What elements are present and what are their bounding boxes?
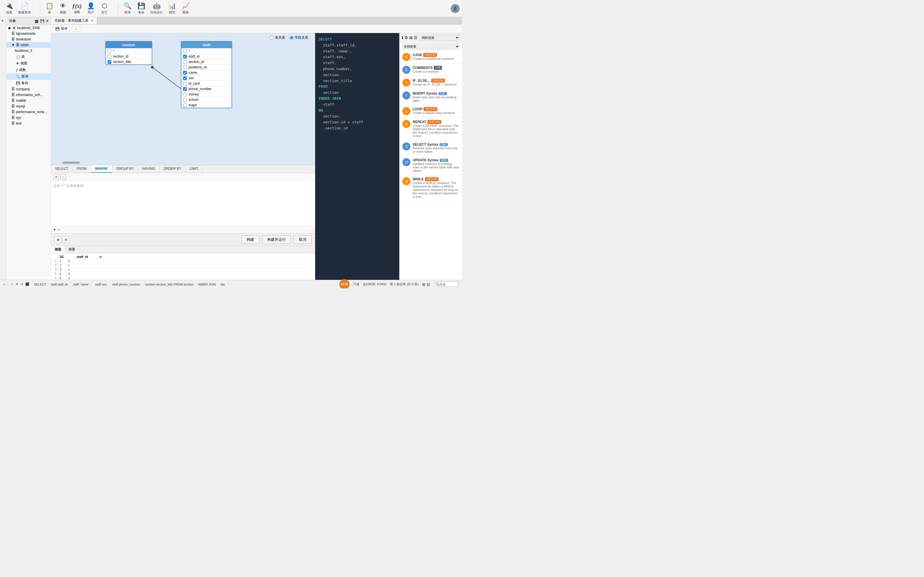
split-view-btn[interactable]: ⊟ [63, 236, 69, 243]
toolbar-view-btn[interactable]: 👁 视图 [56, 1, 70, 16]
tab-having[interactable]: HAVING [138, 165, 160, 172]
obj-save-icon[interactable]: 💾 [40, 19, 45, 23]
connection-select[interactable]: 我的连接 [420, 35, 460, 40]
tree-bookstore[interactable]: 🗄 bookstore [7, 37, 51, 42]
snippet-ifelse[interactable]: I IF...ELSE... 流程控制 Create an IF...ELSE.… [399, 76, 462, 89]
info-icon[interactable]: ℹ [402, 35, 403, 40]
tree-bjpowernode[interactable]: 🗄 bjpowernode [7, 31, 51, 37]
canvas-scrollbar-thumb[interactable] [63, 161, 79, 164]
tree-localhost[interactable]: ▶ 🖥 localhost_3306 [7, 25, 51, 31]
grid-view-status-icon[interactable]: ⊞ [422, 282, 425, 287]
staff-check-name[interactable] [183, 71, 187, 75]
tree-test[interactable]: 🗄 test [7, 121, 51, 126]
snippet-case[interactable]: C CASE 流程控制 Create a conditional constru… [399, 51, 462, 64]
staff-check-major[interactable] [183, 103, 187, 107]
tree-func-node[interactable]: ƒ 函数 [7, 67, 51, 73]
snippet-update[interactable]: U UPDATE Syntax DML Updates columns of e… [399, 156, 462, 175]
snippet-repeat[interactable]: R REPEAT 流程控制 Create a REPEAT construct.… [399, 118, 462, 140]
close-tab-icon[interactable]: ✕ [91, 19, 94, 23]
snippet-loop[interactable]: L LOOP 流程控制 Create a simple loop constru… [399, 105, 462, 118]
tab-orderby[interactable]: ORDER BY [160, 165, 186, 172]
staff-check-posid[interactable] [183, 66, 187, 69]
staff-row-sectionid[interactable]: section_id [181, 59, 231, 64]
tab-from[interactable]: FROM [73, 165, 91, 172]
toolbar-newquery-btn[interactable]: 📄 新建查询 [16, 1, 33, 16]
status-cross-btn[interactable]: ✗ [16, 282, 18, 286]
where-add-btn[interactable]: + [53, 174, 59, 180]
section-row-title[interactable]: section_title [106, 59, 152, 64]
staff-row-school[interactable]: school [181, 97, 231, 102]
toolbar-connect-btn[interactable]: 🔌 连接 [2, 1, 16, 16]
columns-icon[interactable]: ☰ [414, 35, 417, 40]
staff-check-idcard[interactable] [183, 82, 187, 85]
staff-check-star[interactable] [183, 49, 187, 53]
search-box[interactable]: 🔍 [433, 282, 459, 287]
info-tab-summary[interactable]: 摘要 [65, 246, 79, 253]
tree-ceshi[interactable]: ▼ 🗄 ceshi [7, 42, 51, 48]
minus-icon[interactable]: - [58, 227, 60, 232]
user-avatar[interactable]: 👤 [451, 4, 460, 13]
toolbar-autorun-btn[interactable]: 🤖 自动运行 [148, 1, 165, 16]
status-stop-btn[interactable]: ⬛ [25, 282, 29, 286]
snippet-select-syntax[interactable]: S SELECT Syntax DML Retrieve rows select… [399, 140, 462, 156]
build-run-btn[interactable]: 构建并运行 [262, 235, 291, 244]
cancel-btn[interactable]: 取消 [294, 235, 312, 244]
toolbar-user-btn[interactable]: 👤 用户 [84, 1, 97, 16]
staff-check-sex[interactable] [183, 76, 187, 80]
tab-select[interactable]: SELECT [51, 165, 73, 172]
tree-localhost-3[interactable]: localhost_3 [7, 48, 51, 53]
where-minus-btn[interactable]: - [60, 174, 66, 180]
status-del-btn[interactable]: - [7, 283, 8, 286]
settings-icon[interactable]: ⚙ [404, 35, 408, 40]
info-tab-info[interactable]: 信息 [51, 246, 65, 253]
staff-row-idcard[interactable]: id_card [181, 81, 231, 86]
section-check-id[interactable] [108, 55, 111, 58]
staff-row-staffid[interactable]: staff_id [181, 53, 231, 59]
tree-company[interactable]: 🗄 company [7, 86, 51, 92]
sidebar-expand-icon[interactable]: ▼ [1, 19, 6, 24]
tree-view-node[interactable]: 👁 视图 [7, 60, 51, 67]
beautify-btn[interactable]: ✨ [72, 26, 80, 32]
staff-check-money[interactable] [183, 93, 187, 96]
tree-backup-node[interactable]: 💾 备份 [7, 80, 51, 86]
staff-check-phone[interactable] [183, 87, 187, 91]
field-relation-option[interactable]: 字段关系 [290, 35, 308, 40]
staff-row-money[interactable]: money [181, 92, 231, 97]
search-input[interactable] [439, 283, 457, 286]
staff-row-posid[interactable]: positions_id [181, 64, 231, 70]
snippet-insert[interactable]: I INSERT Syntax DML Insert new rows into… [399, 89, 462, 105]
tree-table-node[interactable]: 📋 表 [7, 53, 51, 60]
toolbar-backup-btn[interactable]: 💾 备份 [134, 1, 148, 16]
snippet-comments[interactable]: C COMMENTS 注释 Create a comment [399, 64, 462, 76]
canvas-scrollbar-area[interactable] [51, 161, 315, 164]
section-row-star[interactable]: * [106, 48, 152, 53]
obj-refresh-icon[interactable]: ↺ [46, 19, 48, 23]
toolbar-other-btn[interactable]: ⬡ 其它 [97, 1, 111, 16]
staff-check-school[interactable] [183, 98, 187, 102]
build-btn[interactable]: 构建 [241, 235, 260, 244]
tree-performance[interactable]: 🗄 performance_sche... [7, 109, 51, 115]
snippet-while[interactable]: W WHILE 流程控制 Create a WHILE construct. T… [399, 175, 462, 201]
status-add-btn[interactable]: + [3, 283, 5, 286]
active-query-tab[interactable]: 无标题 - 查询创建工具 ✕ [51, 17, 97, 24]
section-check-star[interactable] [108, 49, 111, 53]
staff-check-sectionid[interactable] [183, 60, 187, 64]
tag-filter-select[interactable]: 全部标签 [402, 44, 460, 49]
toolbar-table-btn[interactable]: 📋 表 [42, 1, 56, 16]
tree-malldb[interactable]: 🗄 malldb [7, 98, 51, 103]
staff-row-star[interactable]: * [181, 48, 231, 53]
plus-icon[interactable]: + [53, 227, 56, 232]
table-relation-radio[interactable] [270, 36, 274, 40]
table-relation-option[interactable]: 表关系 [270, 35, 285, 40]
staff-row-phone[interactable]: phone_number [181, 86, 231, 92]
obj-filter-icon[interactable]: ▦ [35, 19, 39, 23]
staff-row-name[interactable]: name [181, 70, 231, 75]
toolbar-query-btn[interactable]: 🔍 查询 [121, 1, 134, 16]
save-btn-inner[interactable]: 💾 保存 [53, 25, 69, 32]
staff-row-sex[interactable]: sex [181, 75, 231, 81]
tree-information[interactable]: 🗄 information_sch... [7, 92, 51, 98]
section-check-title[interactable] [108, 60, 111, 64]
staff-row-major[interactable]: major [181, 102, 231, 108]
grid-icon-snippets[interactable]: ⊞ [409, 35, 413, 40]
toolbar-func-btn[interactable]: ƒ(x) 函数 [70, 2, 84, 15]
